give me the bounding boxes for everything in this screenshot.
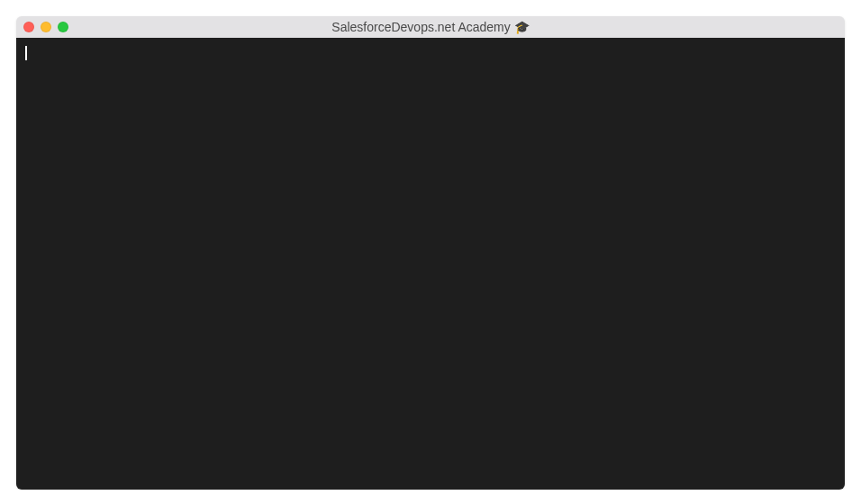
titlebar[interactable]: SalesforceDevops.net Academy 🎓: [16, 16, 845, 38]
minimize-button[interactable]: [41, 22, 51, 32]
terminal-body[interactable]: [16, 38, 845, 490]
traffic-lights: [23, 22, 68, 32]
cursor: [25, 46, 27, 60]
zoom-button[interactable]: [58, 22, 68, 32]
close-button[interactable]: [23, 22, 34, 32]
window-title: SalesforceDevops.net Academy 🎓: [16, 20, 845, 34]
terminal-window: SalesforceDevops.net Academy 🎓: [16, 16, 845, 490]
